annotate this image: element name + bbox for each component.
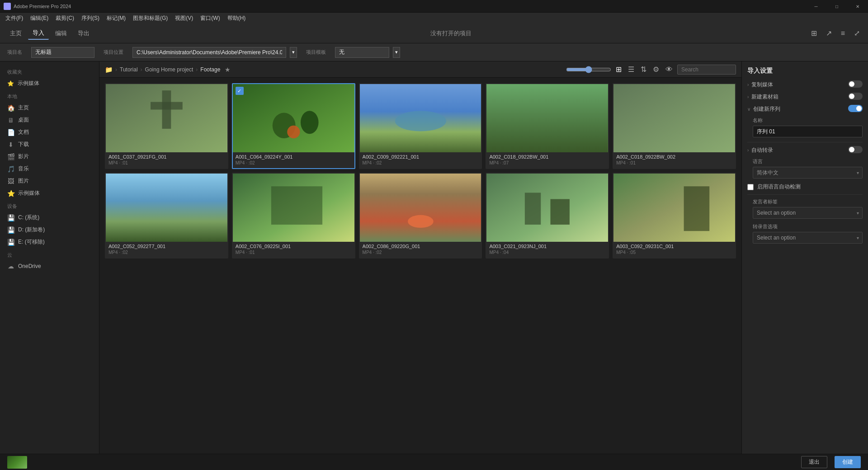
project-bar: 项目名 项目位置 ▾ 项目模板 ▾ [0,43,868,61]
import-button[interactable]: 导入 [28,27,49,40]
create-sequence-section[interactable]: ∨ 创建新序列 [747,105,863,113]
auto-detect-row: 启用语言自动检测 [747,183,863,191]
create-sequence-switch[interactable] [848,105,863,112]
create-sequence-toggle[interactable] [848,105,863,113]
media-name-1: A001_C037_0921FG_001 [108,154,225,160]
menu-graphics[interactable]: 图形和标题(G) [129,13,171,24]
auto-transcribe-section[interactable]: › 自动转录 [747,146,863,155]
new-bin-switch[interactable] [848,93,863,100]
transcript-options-select[interactable]: Select an option [753,232,863,244]
expand-icon[interactable]: ⤢ [851,28,863,38]
sidebar-item-downloads[interactable]: ⬇ 下载 [0,138,99,150]
favorites-section-label: 收藏夹 [0,65,99,77]
media-card-2[interactable]: ✓ A001_C064_09224Y_001 MP4 · :02 [232,83,355,169]
breadcrumb-sep-2: › [141,66,142,73]
media-card-3[interactable]: A002_C009_092221_001 MP4 · :02 [359,83,482,169]
new-bin-label: 新建素材箱 [751,93,848,101]
template-dropdown-button[interactable]: ▾ [393,47,400,58]
menu-edit[interactable]: 编辑(E) [27,13,52,24]
svg-rect-18 [551,199,570,225]
menu-file[interactable]: 文件(F) [2,13,27,24]
menu-sequence[interactable]: 序列(S) [78,13,103,24]
sequence-name-input[interactable] [753,126,863,137]
media-card-5[interactable]: A002_C018_0922BW_002 MP4 · :01 [613,83,736,169]
create-button[interactable]: 创建 [835,456,861,468]
drive-c-icon: 💾 [7,214,14,221]
sequence-name-subsection: 名称 [747,117,863,137]
sidebar-item-desktop[interactable]: 🖥 桌面 [0,114,99,126]
media-card-4[interactable]: A002_C018_0922BW_001 MP4 · :07 [486,83,609,169]
auto-detect-checkbox[interactable] [747,184,754,190]
visibility-icon[interactable]: 👁 [664,65,675,75]
edit-button[interactable]: 编辑 [51,27,71,40]
breadcrumb-favorite-icon[interactable]: ★ [225,66,231,73]
close-button[interactable]: ✕ [847,0,868,13]
auto-transcribe-switch[interactable] [848,146,863,153]
media-info-8: A002_C086_09220G_001 MP4 · :02 [360,242,481,258]
filter-icon[interactable]: ⚙ [651,64,661,75]
sidebar-item-drive-d[interactable]: 💾 D: (新加卷) [0,224,99,236]
media-thumb-4 [486,84,608,152]
desktop-icon: 🖥 [7,117,14,124]
media-card-1[interactable]: A001_C037_0921FG_001 MP4 · :01 [105,83,228,169]
sidebar-item-home[interactable]: 🏠 主页 [0,102,99,114]
project-template-input[interactable] [335,47,389,58]
media-card-6[interactable]: A002_C052_0922T7_001 MP4 · :02 [105,173,228,258]
sidebar-item-drive-e[interactable]: 💾 E: (可移除) [0,236,99,248]
sidebar-item-music[interactable]: 🎵 音乐 [0,163,99,175]
preview-thumbnail [7,456,27,469]
media-card-10[interactable]: A003_C092_09231C_001 MP4 · :05 [613,173,736,258]
new-bin-section[interactable]: › 新建素材箱 [747,93,863,101]
language-select[interactable]: 简体中文 [753,167,863,179]
list-view-button[interactable]: ☰ [626,64,636,75]
layout-icon[interactable]: ≡ [838,28,848,38]
menu-marker[interactable]: 标记(M) [103,13,129,24]
sidebar-item-onedrive[interactable]: ☁ OneDrive [0,260,99,272]
share-icon[interactable]: ↗ [823,28,835,38]
sidebar-item-documents[interactable]: 📄 文档 [0,126,99,138]
media-info-10: A003_C092_09231C_001 MP4 · :05 [613,242,735,258]
maximize-button[interactable]: □ [826,0,847,13]
menu-view[interactable]: 视图(V) [171,13,197,24]
media-card-7[interactable]: A002_C076_09225I_001 MP4 · :01 [232,173,355,258]
copy-media-toggle[interactable] [848,80,863,89]
local-section-label: 本地 [0,89,99,102]
sidebar-item-example-media[interactable]: ⭐ 示例媒体 [0,187,99,199]
zoom-slider[interactable] [566,66,611,73]
divider-1 [747,142,863,142]
menu-window[interactable]: 窗口(W) [197,13,223,24]
exit-button[interactable]: 退出 [801,456,827,468]
workspace-icon[interactable]: ⊞ [808,28,820,38]
sidebar-item-drive-c[interactable]: 💾 C: (系统) [0,212,99,224]
search-input[interactable] [677,65,736,75]
export-button[interactable]: 导出 [73,27,94,40]
sort-icon[interactable]: ⇅ [639,64,648,75]
downloads-icon: ⬇ [7,141,14,148]
project-path-input[interactable] [132,47,286,58]
speaker-tags-select[interactable]: Select an option [753,207,863,219]
sidebar-item-example-media-favorites[interactable]: ⭐ 示例媒体 [0,77,99,89]
menu-clip[interactable]: 裁剪(C) [52,13,78,24]
path-dropdown-button[interactable]: ▾ [290,47,297,58]
copy-media-section[interactable]: › 复制媒体 [747,80,863,89]
copy-media-arrow: › [747,82,749,87]
minimize-button[interactable]: ─ [806,0,826,13]
media-name-6: A002_C052_0922T7_001 [108,244,225,249]
media-thumb-10 [613,174,735,242]
auto-transcribe-toggle[interactable] [848,146,863,155]
media-thumb-5 [613,84,735,152]
copy-media-switch[interactable] [848,80,863,88]
home-button[interactable]: 主页 [5,27,26,40]
breadcrumb-project[interactable]: Going Home project [145,66,193,73]
menu-help[interactable]: 帮助(H) [224,13,250,24]
sidebar-item-pictures[interactable]: 🖼 图片 [0,175,99,187]
media-card-8[interactable]: A002_C086_09220G_001 MP4 · :02 [359,173,482,258]
sidebar-item-movies[interactable]: 🎬 影片 [0,150,99,163]
new-bin-toggle[interactable] [848,93,863,101]
media-card-9[interactable]: A003_C021_0923NJ_001 MP4 · :04 [486,173,609,258]
media-meta-9: MP4 · :04 [489,250,605,255]
breadcrumb-tutorial[interactable]: Tutorial [120,66,138,73]
speaker-tags-label: 发言者标签 [753,198,863,205]
project-name-input[interactable] [31,47,94,58]
grid-view-button[interactable]: ⊞ [614,64,623,75]
